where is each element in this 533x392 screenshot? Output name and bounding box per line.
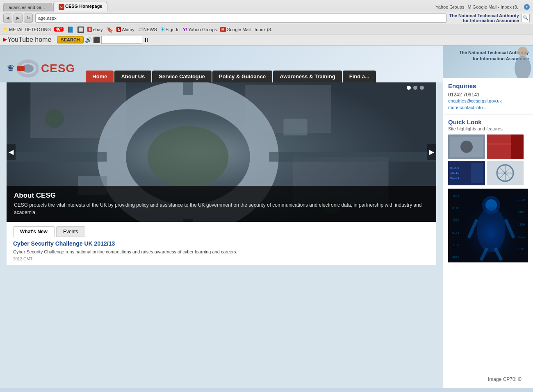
youtube-icon: ▶ xyxy=(3,37,7,42)
svg-rect-23 xyxy=(511,134,524,159)
speaker-icon[interactable]: 🔊 xyxy=(85,36,92,43)
nav-find[interactable]: Find a... xyxy=(343,71,376,82)
refresh-button[interactable]: ↻ xyxy=(24,14,33,23)
news-description: Cyber Security Challenge runs national o… xyxy=(13,248,430,255)
search-button-toolbar[interactable]: SEARCH xyxy=(57,36,83,43)
bookmark-metal-detecting[interactable]: 📁 METAL DETECTING xyxy=(3,27,51,32)
enquiry-email[interactable]: enquiries@cesg.gsi.gov.uk xyxy=(448,98,528,103)
tab-cesg-homepage[interactable]: CCESG Homepage xyxy=(53,2,107,11)
nav-buttons: ◀ ▶ ↻ xyxy=(3,14,33,23)
bookmark-ebay[interactable]: e ebay xyxy=(87,27,102,32)
svg-text:01101: 01101 xyxy=(450,176,460,180)
address-bar-row: ◀ ▶ ↻ The National Technical Authorityfo… xyxy=(0,11,533,25)
carousel-prev-button[interactable]: ◀ xyxy=(7,144,16,160)
nav-bar: Home About Us Service Catalogue Policy &… xyxy=(79,71,383,82)
nav-service-catalogue[interactable]: Service Catalogue xyxy=(152,71,212,82)
gmail-tab-text: Yahoo Groups xyxy=(435,5,464,9)
sidebar-header-image: The National Technical Authority for Inf… xyxy=(443,46,533,78)
person-svg xyxy=(504,46,533,78)
quicklook-thumb-3[interactable]: 01001 10110 01101 xyxy=(448,161,485,185)
search-input-toolbar[interactable] xyxy=(101,36,142,44)
forward-button[interactable]: ▶ xyxy=(14,14,23,23)
svg-text:1100: 1100 xyxy=(452,244,459,247)
svg-point-15 xyxy=(45,109,64,128)
svg-point-21 xyxy=(460,141,473,153)
tab-vacancies[interactable]: acancies and Gr... xyxy=(3,3,52,11)
bookmark-yahoo[interactable]: Y! Yahoo Groups xyxy=(183,27,217,32)
enquiries-section: Enquiries 01242 709141 enquiries@cesg.gs… xyxy=(443,78,533,114)
svg-text:1010: 1010 xyxy=(518,198,525,202)
yahoo-icon: Y! xyxy=(183,27,187,32)
tab-events[interactable]: Events xyxy=(56,226,85,237)
gmail-inbox-text: M Google Mail - Inbox (3... xyxy=(467,5,521,9)
quicklook-thumbnails: 01001 10110 01101 xyxy=(448,134,528,185)
nav-policy[interactable]: Policy & Guidance xyxy=(212,71,272,82)
more-contact-link[interactable]: more contact info... xyxy=(448,105,528,110)
gmail-icon: M xyxy=(220,27,226,32)
hero-section: ◀ ▶ About CESG CESG protects the vital i… xyxy=(7,82,436,388)
carousel-dots xyxy=(407,86,424,90)
carousel-dot-1[interactable] xyxy=(407,86,411,90)
bottom-content: What's New Events Cyber Security Challen… xyxy=(7,222,436,266)
svg-text:0011: 0011 xyxy=(452,256,459,259)
quicklook-thumb-4[interactable] xyxy=(487,161,524,185)
media-icon[interactable]: ⬛ xyxy=(93,36,100,43)
person-image xyxy=(504,46,533,78)
browser-chrome: acancies and Gr... CCESG Homepage Yahoo … xyxy=(0,0,533,46)
site-header: ♛ CESG Home About Us Service Catalogue P… xyxy=(0,46,443,82)
news-icon: 📰 xyxy=(138,27,143,32)
svg-text:1001: 1001 xyxy=(452,194,459,198)
tab-whats-new[interactable]: What's New xyxy=(13,226,55,237)
cesg-logo: ♛ CESG xyxy=(7,58,75,79)
media-control-icon[interactable]: ⏸ xyxy=(144,36,149,43)
news-timestamp: 2012 GMT xyxy=(13,257,430,261)
carousel-next-button[interactable]: ▶ xyxy=(427,144,436,160)
quicklook-subtitle: Site highlights and features xyxy=(448,126,528,131)
quicklook-section: Quick Look Site highlights and features xyxy=(443,114,533,388)
bookmark-gmail[interactable]: M Google Mail - Inbox (3... xyxy=(220,27,275,32)
hero-caption: About CESG CESG protects the vital inter… xyxy=(7,186,436,222)
hero-image: ◀ ▶ About CESG CESG protects the vital i… xyxy=(7,82,436,222)
news-title[interactable]: Cyber Security Challenge UK 2012/13 xyxy=(13,240,430,247)
quicklook-thumb-2[interactable] xyxy=(487,134,524,159)
back-button[interactable]: ◀ xyxy=(3,14,12,23)
cesg-ring-logo xyxy=(17,58,39,79)
search-bar-row: ▶ YouTube home SEARCH 🔊 ⬛ ⏸ xyxy=(0,34,533,46)
website-main: ♛ CESG Home About Us Service Catalogue P… xyxy=(0,46,443,388)
content-tabs: What's New Events xyxy=(13,226,430,237)
svg-text:10110: 10110 xyxy=(450,171,460,175)
carousel-dot-3[interactable] xyxy=(420,86,424,90)
digital-figure-svg: 1001 0110 1010 0101 1100 0011 1010 0101 … xyxy=(448,189,528,262)
unknown-icon1[interactable]: 🔲 xyxy=(77,26,84,33)
bookmark-news[interactable]: 📰 NEWS xyxy=(138,27,157,32)
nav-home[interactable]: Home xyxy=(86,71,114,82)
website-container: ♛ CESG Home About Us Service Catalogue P… xyxy=(0,46,533,388)
enquiries-title: Enquiries xyxy=(448,82,528,89)
nav-awareness[interactable]: Awareness & Training xyxy=(273,71,342,82)
address-field[interactable] xyxy=(35,14,446,23)
quicklook-thumb-1[interactable] xyxy=(448,134,485,159)
tabs-bar: acancies and Gr... CCESG Homepage Yahoo … xyxy=(0,2,533,11)
svg-text:0101: 0101 xyxy=(452,231,459,235)
youtube-bookmark[interactable]: ▶ YouTube home xyxy=(3,36,51,43)
bookmark-icon-extra[interactable]: 🔖 xyxy=(106,26,113,33)
authority-header-text: The National Technical Authorityfor Info… xyxy=(449,13,519,23)
alamy-icon: a xyxy=(116,27,121,32)
bookmark-signin[interactable]: ⊞ Sign In xyxy=(160,26,180,32)
hero-title: About CESG xyxy=(14,191,429,200)
svg-point-8 xyxy=(148,125,229,187)
search-icon-header: 🔍 xyxy=(523,15,528,21)
svg-rect-29 xyxy=(471,163,483,183)
cesg-favicon: C xyxy=(59,4,64,10)
sidebar-bottom-image: 1001 0110 1010 0101 1100 0011 1010 0101 … xyxy=(448,189,528,262)
search-button-header[interactable]: 🔍 xyxy=(522,14,530,22)
carousel-dot-2[interactable] xyxy=(413,86,417,90)
quicklook-title: Quick Look xyxy=(448,119,528,125)
alamy-watermark: Image CP70H0 xyxy=(485,375,525,384)
bookmark-alamy[interactable]: a Alamy xyxy=(116,27,134,32)
nav-about[interactable]: About Us xyxy=(114,71,151,82)
facebook-icon[interactable]: 📘 xyxy=(67,26,74,33)
status-indicator: ● xyxy=(524,4,530,10)
svg-point-17 xyxy=(518,47,528,57)
svg-text:01001: 01001 xyxy=(450,166,460,170)
